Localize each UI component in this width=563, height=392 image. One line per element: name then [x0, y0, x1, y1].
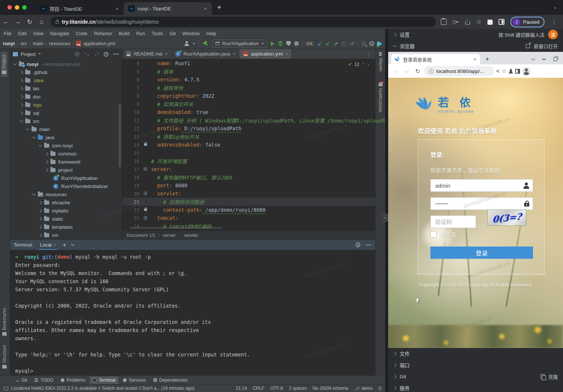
profile-avatar[interactable] [522, 67, 530, 75]
collapse-all-icon[interactable]: ⌄⌃ [94, 52, 99, 56]
chevron-collapsed-icon[interactable] [45, 168, 49, 172]
tree-item[interactable]: sql [10, 109, 122, 117]
fold-marker-icon[interactable] [144, 167, 147, 171]
username-input[interactable] [431, 180, 533, 191]
chevron-collapsed-icon[interactable] [20, 78, 23, 82]
run-configuration-select[interactable]: RuoYiApplication [212, 40, 267, 48]
chevron-collapsed-icon[interactable] [393, 386, 397, 390]
menu-run[interactable]: Run [136, 31, 145, 36]
webview-tab[interactable]: 登录若依系统 × [391, 54, 480, 64]
section-settings[interactable]: 设置 按 Shift 键切换输入法 演 [388, 29, 563, 40]
menu-window[interactable]: Window [183, 31, 200, 36]
address-bar[interactable]: try.titanide.cn/ide/web/coding/ruoyi/dem… [50, 17, 436, 27]
side-panel-icon[interactable] [499, 19, 504, 25]
reload-icon[interactable]: ↻ [24, 18, 36, 26]
menu-view[interactable]: View [33, 31, 43, 36]
breadcrumb-resources[interactable]: resources [49, 41, 70, 46]
breadcrumb-src[interactable]: src [20, 41, 27, 46]
tree-item[interactable]: ehcache [10, 198, 122, 207]
toolwindow-todo[interactable]: TODO [31, 376, 56, 384]
clipboard-icon[interactable] [441, 19, 447, 25]
toolwindow-services[interactable]: Services [120, 376, 149, 384]
menu-refactor[interactable]: Refactor [94, 31, 112, 36]
chevron-collapsed-icon[interactable] [20, 103, 23, 107]
restore-window-icon[interactable] [553, 57, 557, 61]
crumb-document[interactable]: Document 1/1 [127, 233, 156, 238]
chevron-expanded-icon[interactable] [393, 44, 397, 47]
fold-marker-icon[interactable] [144, 192, 147, 195]
window-controls[interactable] [7, 5, 27, 10]
encoding[interactable]: UTF-8 [270, 386, 283, 391]
tree-scrollbar[interactable] [119, 104, 121, 167]
tab-list-chevron-icon[interactable] [532, 57, 535, 61]
editor-tab-options-icon[interactable]: ⋮ [363, 49, 375, 59]
chevron-collapsed-icon[interactable] [393, 375, 397, 378]
chevron-down-icon[interactable] [39, 53, 41, 55]
share-icon[interactable] [464, 19, 470, 25]
minimize-window-button[interactable] [15, 5, 19, 10]
tool-tab-bookmarks[interactable]: Bookmarks [2, 308, 7, 336]
chevron-down-icon[interactable] [193, 43, 195, 44]
code-editor[interactable]: ✔ 12 ⌃ ⌄ 4 name: RuoYi 5 # 版本 6 version:… [122, 59, 375, 230]
ide-services-icon[interactable] [378, 41, 382, 46]
home-icon[interactable]: ⌂ [36, 18, 47, 26]
git-branch-widget[interactable]: ⎇demo [354, 386, 373, 391]
section-browser[interactable]: 浏览器 新窗口打开 [388, 40, 563, 52]
terminal-settings-gear-icon[interactable] [356, 242, 360, 247]
toolwindow-problems[interactable]: Problems [58, 376, 89, 384]
run-icon[interactable] [271, 41, 274, 46]
menu-navigate[interactable]: Navigate [50, 31, 69, 36]
menu-edit[interactable]: Edit [18, 31, 26, 36]
locate-file-icon[interactable] [75, 52, 79, 56]
git-update-icon[interactable]: ↙ [317, 41, 322, 47]
editor-tab-applicationyml[interactable]: application.yml × [239, 49, 292, 59]
tree-item[interactable]: common [10, 150, 122, 158]
status-message[interactable]: Localized IntelliJ IDEA 2022.2.2 is avai… [11, 386, 194, 391]
tool-tab-project[interactable]: Project [1, 52, 7, 77]
indent-setting[interactable]: 2 spaces [289, 386, 307, 391]
tool-tab-notifications[interactable]: Notifications [378, 82, 383, 112]
json-schema[interactable]: No JSON schema [313, 386, 348, 391]
fold-marker-icon[interactable] [144, 216, 147, 220]
expand-panel-button[interactable]: › [382, 214, 388, 222]
menu-help[interactable]: Help [206, 31, 216, 36]
caret-position[interactable]: 21:14 [236, 386, 247, 391]
horizontal-scrollbar[interactable] [130, 227, 222, 229]
tree-item[interactable]: templates [10, 223, 122, 231]
remember-checkbox[interactable] [430, 231, 437, 238]
section-services[interactable]: 服务 [388, 382, 563, 392]
panel-splitter[interactable]: › [385, 29, 388, 392]
forward-icon[interactable]: → [402, 68, 411, 74]
menu-tools[interactable]: Tools [152, 31, 163, 36]
tab-search-chevron-icon[interactable]: ⌄ [553, 4, 557, 10]
editor-tab-ruoyiapplication[interactable]: RuoYiApplication.java × [171, 49, 239, 59]
tree-item[interactable]: main [10, 125, 122, 133]
tree-item-root[interactable]: ruoyi~/workspace/ruoyi [10, 60, 122, 68]
menu-file[interactable]: File [4, 31, 11, 36]
toolwindow-dependencies[interactable]: Dependencies [150, 376, 191, 384]
terminal-output[interactable]: ➜ ruoyi git:(demo) mysql -h mysql -u roo… [10, 250, 375, 375]
terminal-tab-local[interactable]: Local × [39, 240, 58, 250]
password-input[interactable] [431, 198, 533, 210]
tree-item[interactable]: resources [10, 190, 122, 198]
tab-close-icon[interactable]: × [285, 51, 288, 57]
tree-item[interactable]: bin [10, 84, 122, 93]
panel-options-gear-icon[interactable] [104, 52, 109, 57]
chevron-expanded-icon[interactable] [26, 127, 30, 131]
captcha-input[interactable] [431, 216, 476, 228]
chevron-collapsed-icon[interactable] [39, 225, 42, 229]
chevron-expanded-icon[interactable] [20, 119, 23, 123]
tree-item[interactable]: mybatis [10, 207, 122, 215]
chevron-collapsed-icon[interactable] [20, 87, 23, 90]
breadcrumb-file[interactable]: application.yml [83, 41, 115, 46]
password-key-icon[interactable] [453, 19, 459, 25]
menu-build[interactable]: Build [119, 31, 130, 36]
demo-badge[interactable]: 演 [548, 30, 558, 39]
editor-tab-readme[interactable]: README.md × [122, 49, 171, 59]
chevron-collapsed-icon[interactable] [393, 352, 397, 355]
webview-address-bar[interactable]: i localhost:8080/app/... [424, 66, 494, 76]
clone-button[interactable]: 克隆 [548, 373, 558, 380]
tab-close-icon[interactable]: × [165, 51, 167, 57]
chevron-expanded-icon[interactable] [32, 135, 36, 139]
tree-item[interactable]: doc [10, 93, 122, 101]
